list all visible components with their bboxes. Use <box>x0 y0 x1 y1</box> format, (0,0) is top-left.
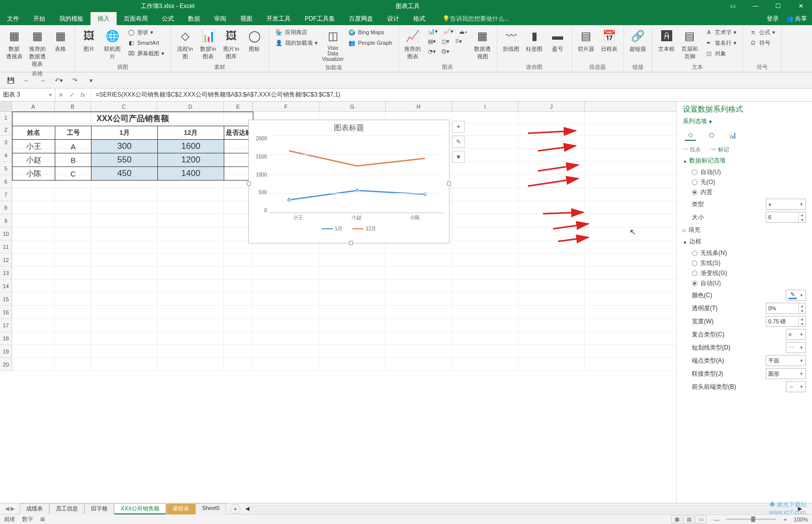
tell-me-input[interactable]: 💡 告诉我您想要做什么... <box>442 12 509 25</box>
tab-insert[interactable]: 插入 <box>91 12 117 25</box>
tab-developer[interactable]: 开发工具 <box>259 12 298 25</box>
radio-autoline[interactable]: 自动(U) <box>692 279 806 288</box>
tab-baidu[interactable]: 百度网盘 <box>342 12 380 25</box>
cancel-formula-icon[interactable]: ✕ <box>58 92 63 99</box>
back-icon[interactable]: ← <box>21 75 32 86</box>
zoom-out-icon[interactable]: — <box>713 516 719 522</box>
chart-legend[interactable]: 1月 12月 <box>249 225 449 232</box>
row-header-5[interactable]: 5 <box>0 162 12 175</box>
col-header-F[interactable]: F <box>253 102 319 111</box>
col-header-I[interactable]: I <box>452 102 518 111</box>
tab-home[interactable]: 开始 <box>26 12 52 25</box>
online-picture-button[interactable]: 🌐联机图片 <box>102 27 122 61</box>
col-header-J[interactable]: J <box>518 102 585 111</box>
symbol-button[interactable]: Ω符号 <box>747 38 777 48</box>
tab-data[interactable]: 数据 <box>181 12 207 25</box>
visio-button[interactable]: ◫Visio Data Visualizer <box>323 27 343 63</box>
row-header-6[interactable]: 6 <box>0 175 12 188</box>
tab-pdf[interactable]: PDF工具集 <box>298 12 342 25</box>
row-header-8[interactable]: 8 <box>0 201 12 214</box>
series-options-dropdown[interactable]: 系列选项 ▾ <box>683 117 806 126</box>
row-header-3[interactable]: 3 <box>0 136 12 149</box>
tab-view[interactable]: 视图 <box>233 12 259 25</box>
sheet-tab-4[interactable]: 课程表 <box>166 503 196 514</box>
series-options-icon[interactable]: 📊 <box>727 130 738 141</box>
chart-object[interactable]: 图表标题 2000150010005000 ✕✕✕ 小王小赵小陈 1月 12月 <box>248 120 449 243</box>
close-icon[interactable]: ✕ <box>789 0 812 12</box>
pivottable-button[interactable]: ▦数据 透视表 <box>4 27 24 61</box>
row-header-19[interactable]: 19 <box>0 345 12 358</box>
chart-title[interactable]: 图表标题 <box>249 123 449 133</box>
panel-tab-marker[interactable]: 〰 标记 <box>711 146 729 153</box>
screenshot-button[interactable]: ⌧屏幕截图 ▾ <box>125 48 166 58</box>
textbox-button[interactable]: 🅰文本框 <box>657 27 677 54</box>
hscroll-track[interactable] <box>249 505 798 512</box>
row-header-20[interactable]: 20 <box>0 358 12 371</box>
redo-icon[interactable]: ↷ <box>69 75 80 86</box>
chart-line-icon[interactable]: 📈▾ <box>441 27 456 36</box>
chart-combo-icon[interactable]: ⏣▾ <box>439 47 452 56</box>
tab-format[interactable]: 格式 <box>406 12 432 25</box>
marker-size-input[interactable]: 6▲▼ <box>766 212 806 223</box>
col-header-G[interactable]: G <box>319 102 386 111</box>
row-header-10[interactable]: 10 <box>0 227 12 240</box>
maximize-icon[interactable]: ☐ <box>767 0 789 12</box>
timeline-button[interactable]: 📅日程表 <box>599 27 619 54</box>
row-header-9[interactable]: 9 <box>0 214 12 227</box>
chart-area-icon[interactable]: ⛰▾ <box>457 27 470 36</box>
view-pagelayout-icon[interactable]: ▤ <box>683 515 694 523</box>
smartart-button[interactable]: ◧SmartArt <box>125 38 166 48</box>
forward-icon[interactable]: → <box>37 75 48 86</box>
row-header-15[interactable]: 15 <box>0 293 12 306</box>
login-link[interactable]: 登录 <box>767 15 779 23</box>
sheet-nav[interactable]: ◀ ▶ <box>5 505 15 512</box>
col-header-C[interactable]: C <box>91 102 157 111</box>
chart-pie-icon[interactable]: ◔▾ <box>426 47 438 56</box>
headerfooter-button[interactable]: ▤页眉和页脚 <box>680 27 700 61</box>
chart-scatter-icon[interactable]: ⠿▾ <box>453 37 464 46</box>
section-marker-options[interactable]: ▲数据标记选项 <box>683 156 806 165</box>
width-input[interactable]: 0.75 磅▲▼ <box>766 316 806 327</box>
zoom-in-icon[interactable]: + <box>783 516 786 522</box>
sheet-tab-3[interactable]: XXX公司销售额 <box>114 503 166 514</box>
row-header-11[interactable]: 11 <box>0 240 12 253</box>
qat-more-icon[interactable]: ▾ <box>85 75 97 86</box>
slicer-button[interactable]: ▤切片器 <box>576 27 596 54</box>
share-button[interactable]: 👥 共享 <box>786 15 807 23</box>
sparkline-column-button[interactable]: ▮柱形图 <box>524 27 545 54</box>
fill-line-icon[interactable]: ◇ <box>685 130 696 141</box>
object-button[interactable]: ◫对象 <box>703 48 739 58</box>
tab-formulas[interactable]: 公式 <box>155 12 181 25</box>
col-header-H[interactable]: H <box>386 102 452 111</box>
radio-auto[interactable]: 自动(U) <box>692 168 806 177</box>
sigline-button[interactable]: ✒签名行 ▾ <box>703 38 739 48</box>
tab-page-layout[interactable]: 页面布局 <box>117 12 155 25</box>
row-header-18[interactable]: 18 <box>0 332 12 345</box>
add-sheet-button[interactable]: + <box>230 504 240 514</box>
row-header-13[interactable]: 13 <box>0 267 12 280</box>
row-header-4[interactable]: 4 <box>0 149 12 162</box>
my-addins-button[interactable]: 👤我的加载项 ▾ <box>273 38 320 48</box>
chart-filter-button[interactable]: ▼ <box>453 151 465 163</box>
sheet-tab-1[interactable]: 员工信息 <box>49 503 84 514</box>
dash-dropdown[interactable]: ⋯▼ <box>786 342 806 353</box>
effects-icon[interactable]: ⬠ <box>706 130 717 141</box>
radio-noline[interactable]: 无线条(N) <box>692 249 806 257</box>
ribbon-display-options-icon[interactable]: ▭ <box>721 0 744 12</box>
sparkline-line-button[interactable]: 〰折线图 <box>501 27 521 54</box>
row-header-14[interactable]: 14 <box>0 280 12 293</box>
sheet-tab-0[interactable]: 成绩表 <box>20 503 49 514</box>
col-header-A[interactable]: A <box>12 102 55 111</box>
compound-dropdown[interactable]: ≡▼ <box>786 329 806 340</box>
radio-gradient[interactable]: 渐变线(G) <box>692 269 806 278</box>
tab-my-templates[interactable]: 我的模板 <box>52 12 91 25</box>
bingmaps-button[interactable]: 🌍Bing Maps <box>346 27 394 37</box>
row-header-2[interactable]: 2 <box>0 124 12 136</box>
formula-input[interactable]: =SERIES(XXX公司销售额!$C$2,XXX公司销售额!$A$3:$A$7… <box>92 89 812 101</box>
zoom-level[interactable]: 100% <box>794 516 808 522</box>
row-header-1[interactable]: 1 <box>0 112 12 124</box>
table-button[interactable]: ▦表格 <box>50 27 70 54</box>
shapes-button[interactable]: ◯形状 ▾ <box>125 27 166 37</box>
cells-area[interactable]: XXX公司产品销售额姓名工号1月12月是否达标小王A3001600小赵B5501… <box>12 112 676 371</box>
view-normal-icon[interactable]: ▦ <box>671 515 682 523</box>
